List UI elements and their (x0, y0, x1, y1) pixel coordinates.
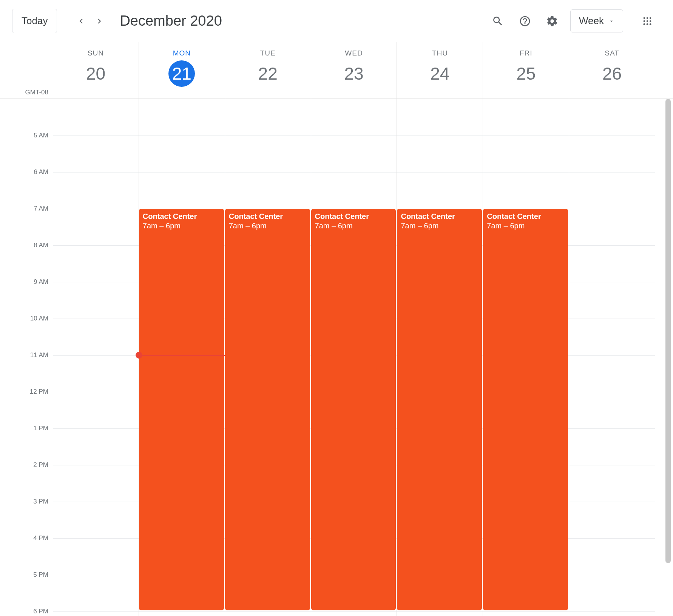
hour-gridline (139, 136, 225, 136)
svg-point-5 (650, 20, 651, 22)
settings-button[interactable] (542, 11, 563, 32)
svg-point-1 (647, 17, 648, 19)
hour-labels-column: 5 AM6 AM7 AM8 AM9 AM10 AM11 AM12 PM1 PM2… (0, 99, 53, 616)
hour-gridline (397, 172, 483, 172)
hour-label: 1 PM (33, 425, 48, 432)
svg-point-6 (644, 23, 645, 25)
hour-label: 11 AM (30, 351, 48, 359)
hour-gridline (311, 172, 397, 172)
hour-label: 8 AM (34, 242, 48, 249)
day-column-fri[interactable]: Contact Center7am – 6pm (483, 99, 569, 616)
hour-label: 6 AM (34, 168, 48, 176)
hour-gridline (483, 611, 569, 612)
hour-label: 10 AM (30, 315, 48, 322)
hour-gridline (53, 428, 139, 429)
hour-gridline (397, 136, 483, 136)
hour-gridline (311, 611, 397, 612)
hour-gridline (569, 428, 655, 429)
day-column-wed[interactable]: Contact Center7am – 6pm (311, 99, 397, 616)
search-icon (492, 15, 504, 27)
day-number[interactable]: 21 (168, 60, 195, 87)
hour-label: 6 PM (33, 608, 48, 615)
event-time-label: 7am – 6pm (143, 221, 220, 231)
help-icon (519, 15, 531, 27)
day-number[interactable]: 25 (513, 60, 539, 87)
day-number[interactable]: 23 (341, 60, 367, 87)
period-title: December 2020 (120, 13, 222, 29)
scrollbar-thumb[interactable] (665, 99, 671, 563)
day-header-tue[interactable]: TUE22 (225, 42, 311, 99)
day-column-mon[interactable]: Contact Center7am – 6pm (139, 99, 225, 616)
calendar-event[interactable]: Contact Center7am – 6pm (139, 209, 224, 610)
view-switcher-label: Week (579, 15, 604, 27)
hour-gridline (139, 611, 225, 612)
view-switcher-button[interactable]: Week (570, 9, 623, 32)
day-column-sun[interactable] (53, 99, 139, 616)
hour-label: 5 AM (34, 132, 48, 139)
timezone-label: GMT-08 (0, 42, 53, 99)
search-button[interactable] (487, 11, 508, 32)
hour-gridline (483, 172, 569, 172)
hour-gridline (53, 172, 139, 172)
chevron-right-icon (94, 16, 104, 26)
hour-gridline (569, 355, 655, 356)
event-title: Contact Center (487, 212, 564, 221)
hour-gridline (53, 538, 139, 539)
day-header-wed[interactable]: WED23 (311, 42, 397, 99)
scrollbar-gutter (655, 99, 673, 616)
day-column-tue[interactable]: Contact Center7am – 6pm (225, 99, 311, 616)
calendar-event[interactable]: Contact Center7am – 6pm (483, 209, 568, 610)
week-grid[interactable]: 5 AM6 AM7 AM8 AM9 AM10 AM11 AM12 PM1 PM2… (0, 99, 673, 616)
hour-gridline (53, 319, 139, 319)
hour-gridline (569, 319, 655, 319)
day-header-thu[interactable]: THU24 (397, 42, 483, 99)
hour-label: 7 AM (34, 205, 48, 213)
hour-label: 4 PM (33, 534, 48, 542)
hour-gridline (53, 502, 139, 502)
today-button[interactable]: Today (12, 9, 57, 33)
hour-gridline (569, 209, 655, 209)
hour-label: 5 PM (33, 571, 48, 579)
day-number[interactable]: 26 (599, 60, 625, 87)
next-period-button[interactable] (90, 12, 108, 30)
day-header-sun[interactable]: SUN20 (53, 42, 139, 99)
prev-period-button[interactable] (72, 12, 90, 30)
hour-label: 12 PM (30, 388, 48, 396)
day-of-week-label: THU (397, 49, 483, 57)
day-number[interactable]: 24 (427, 60, 453, 87)
google-apps-button[interactable] (637, 11, 658, 32)
day-header-sat[interactable]: SAT26 (569, 42, 655, 99)
hour-label: 2 PM (33, 461, 48, 469)
day-header-fri[interactable]: FRI25 (483, 42, 569, 99)
hour-gridline (569, 465, 655, 465)
day-header-mon[interactable]: MON21 (139, 42, 225, 99)
hour-gridline (53, 355, 139, 356)
hour-gridline (569, 172, 655, 172)
day-of-week-label: WED (311, 49, 397, 57)
apps-grid-icon (642, 16, 653, 26)
svg-point-4 (647, 20, 648, 22)
chevron-left-icon (76, 16, 86, 26)
help-button[interactable] (514, 11, 536, 32)
hour-gridline (569, 575, 655, 575)
svg-point-2 (650, 17, 651, 19)
hour-gridline (569, 245, 655, 246)
day-number[interactable]: 22 (255, 60, 281, 87)
day-of-week-label: FRI (483, 49, 569, 57)
day-column-thu[interactable]: Contact Center7am – 6pm (397, 99, 483, 616)
svg-point-0 (644, 17, 645, 19)
hour-gridline (53, 136, 139, 136)
day-of-week-label: TUE (225, 49, 311, 57)
hour-gridline (569, 282, 655, 282)
svg-point-3 (644, 20, 645, 22)
event-time-label: 7am – 6pm (401, 221, 478, 231)
calendar-event[interactable]: Contact Center7am – 6pm (397, 209, 482, 610)
hour-gridline (225, 611, 311, 612)
calendar-event[interactable]: Contact Center7am – 6pm (225, 209, 310, 610)
toolbar: Today December 2020 Week (0, 0, 673, 42)
day-number[interactable]: 20 (82, 60, 109, 87)
day-column-sat[interactable] (569, 99, 655, 616)
hour-label: 3 PM (33, 498, 48, 505)
hour-label: 9 AM (34, 278, 48, 286)
calendar-event[interactable]: Contact Center7am – 6pm (311, 209, 396, 610)
